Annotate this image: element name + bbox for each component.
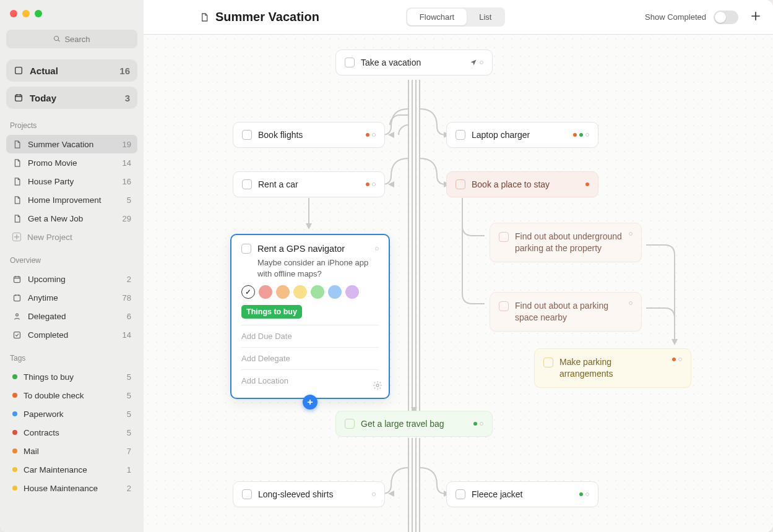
task-card-parking-underground[interactable]: Find out about underground parking at th…: [490, 223, 642, 262]
sidebar: Search Actual 16 Today 3 Projects Summer…: [0, 0, 144, 532]
svg-marker-10: [306, 223, 312, 230]
due-date-field[interactable]: Add Due Date: [241, 325, 379, 347]
search-input[interactable]: Search: [6, 30, 137, 48]
task-card-parking-nearby[interactable]: Find out about a parking space nearby: [490, 292, 642, 332]
tag-dot-icon: [12, 411, 17, 416]
svg-marker-6: [388, 132, 394, 138]
checkbox[interactable]: [345, 419, 355, 429]
tag-dot-icon: [12, 486, 17, 491]
sidebar-project-item[interactable]: Summer Vacation19: [6, 135, 137, 153]
sidebar-overview-item[interactable]: Completed14: [6, 325, 137, 344]
task-card-take-a-vacation[interactable]: Take a vacation: [335, 49, 493, 75]
svg-rect-0: [15, 67, 22, 74]
location-arrow-icon: [470, 59, 477, 66]
svg-rect-1: [15, 95, 22, 101]
location-field[interactable]: Add Location: [241, 369, 379, 392]
calendar-icon: [14, 93, 24, 103]
tag-dot-icon: [12, 430, 17, 435]
app-window: Search Actual 16 Today 3 Projects Summer…: [0, 0, 773, 532]
task-card-make-parking[interactable]: Make parking arrangements: [534, 348, 691, 388]
svg-rect-2: [14, 277, 20, 282]
swatch-red[interactable]: [259, 285, 272, 299]
section-tags-label: Tags: [6, 350, 137, 367]
window-traffic-lights: [6, 10, 137, 30]
main-panel: Summer Vacation Flowchart List Show Comp…: [144, 0, 773, 532]
swatch-orange[interactable]: [276, 285, 290, 299]
view-mode-switch: Flowchart List: [406, 7, 506, 27]
pill-actual[interactable]: Actual 16: [6, 59, 137, 82]
sidebar-overview-item[interactable]: Delegated6: [6, 307, 137, 325]
sidebar-overview-item[interactable]: Upcoming2: [6, 270, 137, 288]
checkbox[interactable]: [242, 489, 252, 499]
checkbox[interactable]: [499, 301, 509, 311]
priority-outline-icon[interactable]: [375, 247, 379, 251]
sidebar-tag-item[interactable]: To double check5: [6, 386, 137, 405]
sidebar-tag-item[interactable]: Car Maintenance1: [6, 460, 137, 479]
sidebar-tag-item[interactable]: Things to buy5: [6, 367, 137, 386]
svg-point-4: [16, 314, 19, 316]
task-card-shirts[interactable]: Long-sleeved shirts: [233, 481, 385, 507]
sidebar-project-item[interactable]: Home Improvement5: [6, 191, 137, 209]
new-project-button[interactable]: New Project: [6, 228, 137, 246]
sidebar-tag-item[interactable]: Paperwork5: [6, 405, 137, 423]
checkbox[interactable]: [242, 130, 252, 140]
pill-today-label: Today: [30, 93, 56, 103]
checkbox[interactable]: [242, 179, 252, 189]
pill-actual-count: 16: [119, 66, 130, 76]
svg-rect-3: [14, 295, 20, 301]
mode-flowchart[interactable]: Flowchart: [407, 9, 467, 25]
task-card-book-flights[interactable]: Book flights: [233, 122, 385, 148]
show-completed-toggle[interactable]: [714, 11, 738, 24]
checkbox[interactable]: [499, 232, 509, 242]
add-task-button[interactable]: [749, 10, 762, 25]
toolbar: Summer Vacation Flowchart List Show Comp…: [144, 0, 773, 35]
page-title: Summer Vacation: [215, 10, 319, 24]
sidebar-overview-item[interactable]: Anytime78: [6, 288, 137, 307]
sidebar-tag-item[interactable]: Mail7: [6, 442, 137, 460]
pill-actual-label: Actual: [30, 66, 58, 76]
sidebar-project-item[interactable]: Promo Movie14: [6, 153, 137, 172]
window-minimize-button[interactable]: [22, 10, 30, 17]
editor-title[interactable]: Rent a GPS navigator: [257, 244, 369, 254]
task-card-book-a-place[interactable]: Book a place to stay: [446, 171, 598, 197]
task-card-rent-a-car[interactable]: Rent a car: [233, 171, 385, 197]
square-icon: [14, 66, 24, 75]
pill-today[interactable]: Today 3: [6, 87, 137, 109]
task-editor-card[interactable]: Rent a GPS navigator Maybe consider an i…: [230, 234, 390, 399]
tag-dot-icon: [12, 374, 17, 379]
editor-note[interactable]: Maybe consider an iPhone app with offlin…: [257, 257, 379, 279]
swatch-green[interactable]: [311, 285, 324, 299]
search-placeholder: Search: [64, 35, 90, 44]
plus-icon: [12, 233, 21, 241]
delegate-field[interactable]: Add Delegate: [241, 347, 379, 369]
swatch-purple[interactable]: [345, 285, 359, 299]
gear-icon[interactable]: [373, 380, 382, 393]
task-card-travel-bag[interactable]: Get a large travel bag: [335, 411, 493, 437]
window-close-button[interactable]: [10, 10, 17, 17]
show-completed-label: Show Completed: [645, 12, 706, 22]
tag-chip[interactable]: Things to buy: [241, 305, 302, 319]
checkbox[interactable]: [456, 179, 465, 189]
add-subtask-button[interactable]: [303, 395, 317, 410]
section-projects-label: Projects: [6, 118, 137, 135]
svg-rect-5: [14, 332, 20, 338]
swatch-yellow[interactable]: [293, 285, 307, 299]
sidebar-project-item[interactable]: Get a New Job29: [6, 209, 137, 228]
swatch-blue[interactable]: [328, 285, 342, 299]
mode-list[interactable]: List: [467, 9, 504, 25]
flowchart-canvas[interactable]: Take a vacation Book flights Laptop char…: [144, 35, 773, 532]
sidebar-tag-item[interactable]: House Maintenance2: [6, 479, 137, 497]
task-card-fleece[interactable]: Fleece jacket: [446, 481, 598, 507]
swatch-none[interactable]: ✓: [241, 285, 255, 299]
pill-today-count: 3: [125, 93, 130, 103]
checkbox[interactable]: [456, 489, 465, 499]
checkbox[interactable]: [456, 130, 465, 140]
checkbox[interactable]: [241, 244, 251, 254]
sidebar-project-item[interactable]: House Party16: [6, 172, 137, 191]
svg-point-15: [376, 384, 379, 387]
checkbox[interactable]: [543, 358, 553, 367]
sidebar-tag-item[interactable]: Contracts5: [6, 423, 137, 442]
task-card-laptop-charger[interactable]: Laptop charger: [446, 122, 598, 148]
checkbox[interactable]: [345, 58, 355, 67]
window-fullscreen-button[interactable]: [35, 10, 42, 17]
